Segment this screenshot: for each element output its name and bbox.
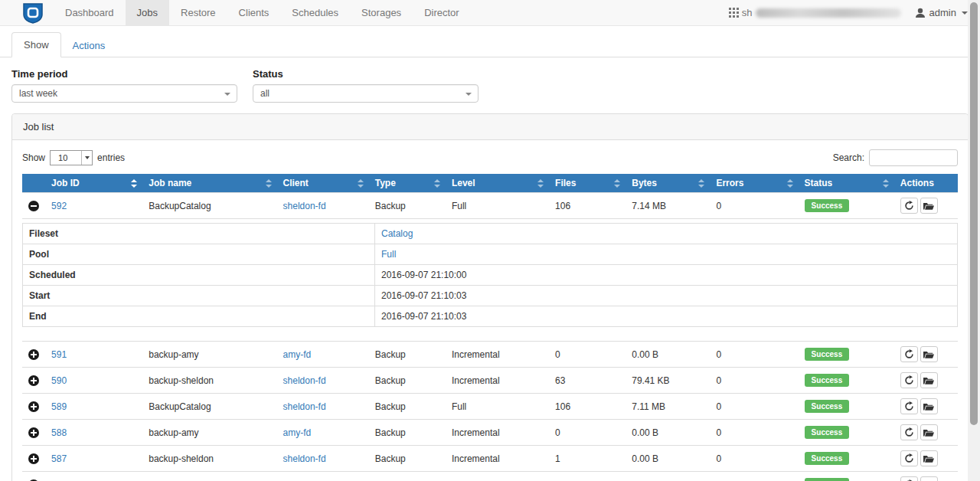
level-cell: Full: [446, 193, 549, 219]
level-cell: Incremental: [446, 420, 549, 446]
detail-value-link[interactable]: Catalog: [381, 228, 413, 239]
folder-open-icon: [923, 402, 934, 411]
time-period-select[interactable]: last week: [11, 84, 237, 103]
rerun-job-button[interactable]: [900, 476, 918, 481]
rerun-job-button[interactable]: [900, 346, 918, 362]
jobs-tabbar: ShowActions: [0, 26, 968, 57]
expanded-detail-row: FilesetCatalogPoolFullScheduled2016-09-0…: [22, 219, 958, 342]
main-menu: DashboardJobsRestoreClientsSchedulesStor…: [54, 0, 471, 25]
time-period-label: Time period: [11, 68, 237, 80]
user-icon: [915, 8, 926, 18]
tab-show[interactable]: Show: [11, 32, 61, 57]
chevron-down-icon: [224, 93, 230, 96]
expand-row-icon[interactable]: [28, 401, 39, 412]
nav-item-jobs[interactable]: Jobs: [126, 0, 169, 25]
shield-icon: [23, 2, 43, 24]
time-period-value: last week: [19, 88, 57, 99]
column-header-job-name[interactable]: Job name: [142, 174, 276, 193]
status-select[interactable]: all: [253, 84, 479, 103]
folder-open-icon: [923, 428, 934, 437]
job-id-link[interactable]: 588: [51, 427, 67, 438]
detail-label: Start: [23, 286, 375, 306]
column-header-client[interactable]: Client: [277, 174, 369, 193]
restore-job-button[interactable]: [920, 476, 938, 481]
filters: Time period last week Status all: [0, 57, 980, 103]
bytes-cell: 0.00 B: [626, 420, 710, 446]
search-label: Search:: [833, 152, 864, 163]
scrollbar-thumb[interactable]: [970, 2, 978, 425]
column-header-errors[interactable]: Errors: [710, 174, 798, 193]
bytes-cell: 0.00 B: [626, 342, 710, 368]
job-id-link[interactable]: 592: [51, 201, 67, 211]
restore-job-button[interactable]: [920, 398, 938, 414]
client-link[interactable]: sheldon-fd: [283, 201, 326, 211]
nav-item-clients[interactable]: Clients: [227, 0, 281, 25]
job-table: Job IDJob nameClientTypeLevelFilesBytesE…: [22, 174, 958, 481]
column-header-level[interactable]: Level: [446, 174, 549, 193]
job-id-link[interactable]: 591: [51, 349, 67, 360]
job-name-cell: backup-amy: [142, 420, 276, 446]
director-selector[interactable]: sh: [729, 7, 901, 18]
column-header-status[interactable]: Status: [799, 174, 894, 193]
level-cell: Full: [446, 394, 549, 420]
job-id-link[interactable]: 589: [51, 401, 67, 412]
job-id-link[interactable]: 587: [51, 453, 67, 464]
restore-job-button[interactable]: [920, 372, 938, 388]
detail-row-start: Start2016-09-07 21:10:03: [23, 286, 958, 306]
expand-row-icon[interactable]: [28, 201, 39, 211]
rerun-job-button[interactable]: [900, 398, 918, 414]
bytes-cell: 7.14 MB: [626, 193, 710, 219]
restore-job-button[interactable]: [920, 450, 938, 466]
detail-label: Scheduled: [23, 265, 375, 286]
job-name-cell: BackupCatalog: [142, 394, 276, 420]
user-menu[interactable]: admin: [915, 7, 968, 18]
column-header-job-id[interactable]: Job ID: [45, 174, 142, 193]
restore-job-button[interactable]: [920, 346, 938, 362]
hostname-prefix: sh: [742, 7, 753, 18]
expand-row-icon[interactable]: [28, 427, 39, 438]
page-size-select[interactable]: 10: [50, 150, 93, 165]
detail-value-link[interactable]: Full: [381, 249, 396, 260]
status-badge: Success: [805, 199, 850, 212]
repeat-icon: [904, 201, 914, 211]
client-link[interactable]: amy-fd: [283, 427, 312, 438]
job-id-link[interactable]: 590: [51, 375, 67, 386]
type-cell: Backup: [369, 342, 446, 368]
rerun-job-button[interactable]: [900, 450, 918, 466]
rerun-job-button[interactable]: [900, 198, 918, 214]
job-list-panel: Job list Show 10 entries Search:: [11, 113, 969, 481]
bareos-logo[interactable]: [0, 0, 54, 25]
tab-actions[interactable]: Actions: [61, 34, 117, 57]
column-header-actions[interactable]: Actions: [894, 174, 958, 193]
detail-label: Pool: [23, 244, 375, 265]
client-link[interactable]: sheldon-fd: [283, 375, 326, 386]
nav-item-schedules[interactable]: Schedules: [280, 0, 350, 25]
column-header-files[interactable]: Files: [549, 174, 626, 193]
level-cell: Incremental: [446, 446, 549, 472]
files-cell: 0: [549, 342, 626, 368]
search-input[interactable]: [869, 149, 958, 166]
nav-item-director[interactable]: Director: [413, 0, 471, 25]
job-name-cell: backup-amy: [142, 342, 276, 368]
column-header-type[interactable]: Type: [369, 174, 446, 193]
client-link[interactable]: amy-fd: [283, 349, 312, 360]
nav-item-storages[interactable]: Storages: [350, 0, 413, 25]
expand-row-icon[interactable]: [28, 375, 39, 386]
chevron-down-icon: [962, 11, 968, 15]
restore-job-button[interactable]: [920, 198, 938, 214]
restore-job-button[interactable]: [920, 424, 938, 440]
status-value: all: [260, 88, 270, 99]
rerun-job-button[interactable]: [900, 372, 918, 388]
sort-icon: [358, 179, 364, 188]
client-link[interactable]: sheldon-fd: [283, 453, 326, 464]
rerun-job-button[interactable]: [900, 424, 918, 440]
vertical-scrollbar[interactable]: [968, 0, 980, 481]
client-link[interactable]: sheldon-fd: [283, 401, 326, 412]
files-cell: 106: [549, 394, 626, 420]
expand-row-icon[interactable]: [28, 453, 39, 464]
expand-row-icon[interactable]: [28, 349, 39, 360]
nav-item-restore[interactable]: Restore: [169, 0, 227, 25]
table-header-row: Job IDJob nameClientTypeLevelFilesBytesE…: [22, 174, 958, 193]
nav-item-dashboard[interactable]: Dashboard: [54, 0, 126, 25]
column-header-bytes[interactable]: Bytes: [626, 174, 710, 193]
